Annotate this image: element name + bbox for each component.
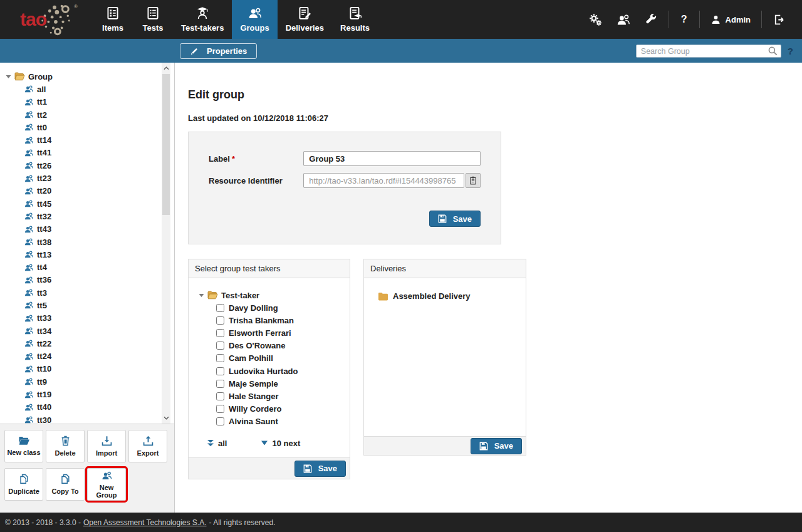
tree-item-group[interactable]: tt3	[0, 286, 174, 299]
tree-item-label: tt26	[37, 161, 51, 170]
tab-results[interactable]: Results	[332, 0, 378, 39]
tab-deliveries[interactable]: Deliveries	[278, 0, 332, 39]
test-taker-checkbox[interactable]	[216, 380, 224, 388]
test-taker-checkbox[interactable]	[216, 304, 224, 312]
tree-item-group[interactable]: tt9	[0, 375, 174, 388]
tree-item-group[interactable]: tt22	[0, 337, 174, 350]
user-menu[interactable]: Admin	[704, 14, 757, 25]
double-chevron-down-icon	[207, 439, 214, 447]
new-group-button[interactable]: New Group	[87, 468, 126, 501]
test-taker-name: Hale Stanger	[229, 392, 278, 401]
load-next-link[interactable]: 10 next	[261, 439, 300, 448]
test-taker-root-node[interactable]: Test-taker	[199, 289, 345, 301]
settings-icon[interactable]	[582, 13, 609, 26]
tree-item-group[interactable]: tt23	[0, 172, 174, 184]
new-class-button[interactable]: New class	[4, 430, 43, 462]
test-taker-checkbox[interactable]	[216, 405, 224, 413]
form-save-button[interactable]: Save	[429, 211, 481, 227]
caret-down-icon[interactable]	[6, 75, 11, 79]
properties-button[interactable]: Properties	[180, 43, 257, 59]
copy-resource-button[interactable]	[466, 173, 481, 188]
import-button[interactable]: Import	[87, 430, 126, 462]
copy-to-button[interactable]: Copy To	[46, 468, 85, 501]
tree-root-group[interactable]: Group	[0, 70, 174, 83]
tree-item-group[interactable]: tt36	[0, 274, 174, 286]
export-icon	[143, 436, 154, 446]
tree-item-group[interactable]: tt19	[0, 388, 174, 400]
group-users-icon	[24, 365, 34, 373]
scroll-up-icon[interactable]	[162, 64, 170, 73]
test-taker-checkbox[interactable]	[216, 417, 224, 425]
logout-icon[interactable]	[766, 14, 792, 26]
tao-logo[interactable]: tao ®	[0, 0, 93, 39]
tree-item-group[interactable]: tt33	[0, 312, 174, 325]
test-taker-checkbox[interactable]	[216, 329, 224, 337]
test-taker-checkbox[interactable]	[216, 342, 224, 350]
group-users-icon	[24, 174, 34, 183]
registered-mark: ®	[74, 4, 78, 9]
search-input[interactable]	[636, 44, 781, 58]
tree-item-group[interactable]: tt43	[0, 223, 174, 236]
user-management-icon[interactable]	[609, 13, 638, 26]
tree-item-group[interactable]: tt45	[0, 197, 174, 210]
label-field[interactable]	[303, 151, 481, 166]
oat-link[interactable]: Open Assessment Technologies S.A.	[83, 518, 207, 527]
tree-item-group[interactable]: tt14	[0, 133, 174, 146]
tree-item-group[interactable]: tt1	[0, 96, 174, 108]
tree-item-label: tt3	[37, 288, 47, 298]
tree-scrollbar[interactable]	[162, 63, 170, 424]
test-taker-checkbox[interactable]	[216, 367, 224, 375]
tab-groups[interactable]: Groups	[232, 0, 277, 39]
tree-item-group[interactable]: tt40	[0, 401, 174, 414]
tree-item-group[interactable]: tt38	[0, 236, 174, 248]
test-taker-root-label: Test-taker	[221, 291, 259, 300]
test-taker-name: Trisha Blankman	[229, 316, 294, 325]
tab-test-takers[interactable]: Test-takers	[173, 0, 232, 39]
test-taker-checkbox[interactable]	[216, 392, 224, 400]
test-takers-save-button[interactable]: Save	[294, 461, 346, 477]
assembled-delivery-node[interactable]: Assembled Delivery	[378, 291, 526, 301]
tree-item-group[interactable]: tt2	[0, 108, 174, 121]
tab-items[interactable]: Items	[93, 0, 133, 39]
test-taker-checkbox[interactable]	[216, 354, 224, 362]
tree-item-label: tt2	[37, 110, 47, 120]
test-taker-icon	[195, 6, 209, 20]
help-icon[interactable]: ?	[674, 14, 695, 25]
tree-item-group[interactable]: tt30	[0, 414, 174, 424]
toolbar-help-icon[interactable]: ?	[788, 46, 793, 56]
caret-down-icon[interactable]	[199, 293, 204, 298]
tree-item-group[interactable]: all	[0, 83, 174, 95]
duplicate-button[interactable]: Duplicate	[4, 468, 43, 501]
scrollbar-thumb[interactable]	[162, 74, 170, 215]
tree-item-group[interactable]: tt20	[0, 185, 174, 197]
tree-action-bar: New class Delete Import Export	[0, 424, 174, 513]
tree-item-group[interactable]: tt41	[0, 147, 174, 159]
test-taker-checkbox[interactable]	[216, 316, 224, 325]
items-icon	[106, 6, 120, 20]
tree-item-group[interactable]: tt26	[0, 159, 174, 172]
tests-icon	[146, 6, 160, 20]
tree-item-group[interactable]: tt4	[0, 261, 174, 273]
tree-item-group[interactable]: tt10	[0, 363, 174, 375]
load-all-link[interactable]: all	[207, 439, 227, 448]
tree-item-group[interactable]: tt5	[0, 299, 174, 311]
tree-item-group[interactable]: tt13	[0, 248, 174, 261]
button-label: New class	[7, 449, 40, 456]
group-users-icon	[24, 187, 34, 196]
scroll-down-icon[interactable]	[162, 414, 170, 422]
save-label: Save	[318, 464, 337, 473]
main-content: Edit group Last updated on 10/12/2018 11…	[175, 63, 802, 513]
delete-button[interactable]: Delete	[46, 430, 85, 462]
wrench-icon[interactable]	[638, 13, 664, 26]
group-users-icon	[24, 123, 34, 132]
search-icon[interactable]	[768, 46, 778, 56]
test-taker-row: Des O'Rowane	[199, 340, 345, 352]
deliveries-panel: Deliveries Assembled Delivery Save	[363, 259, 526, 456]
tree-item-group[interactable]: tt34	[0, 325, 174, 337]
tree-item-group[interactable]: tt24	[0, 350, 174, 363]
tab-tests[interactable]: Tests	[133, 0, 173, 39]
export-button[interactable]: Export	[128, 430, 167, 462]
tree-item-group[interactable]: tt0	[0, 121, 174, 133]
tree-item-group[interactable]: tt32	[0, 210, 174, 222]
deliveries-save-button[interactable]: Save	[471, 438, 522, 454]
